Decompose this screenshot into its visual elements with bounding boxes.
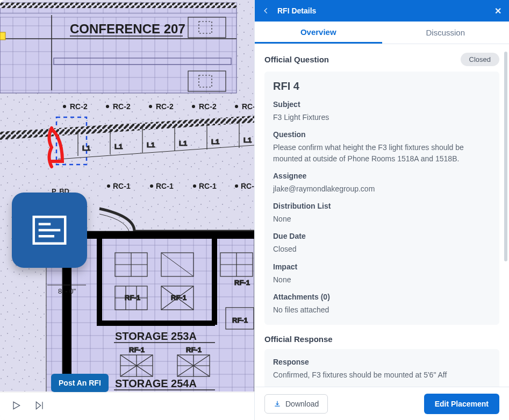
post-rfi-button[interactable]: Post An RFI	[51, 374, 109, 392]
svg-text:RF-1: RF-1	[171, 294, 187, 302]
panel-title: RFI Details	[277, 6, 316, 15]
play-icon[interactable]	[11, 400, 21, 413]
svg-text:RC-2: RC-2	[242, 102, 254, 111]
svg-point-33	[235, 105, 238, 108]
svg-marker-110	[36, 402, 40, 409]
assignee-label: Assignee	[273, 172, 491, 180]
svg-text:RC-2: RC-2	[70, 102, 88, 111]
svg-text:STORAGE  253A: STORAGE 253A	[115, 330, 197, 342]
back-icon[interactable]	[262, 7, 270, 15]
official-response-label: Official Response	[264, 334, 333, 344]
svg-point-31	[192, 105, 195, 108]
subject-value: F3 Light Fixtures	[273, 112, 491, 123]
svg-text:RC-2: RC-2	[199, 102, 217, 111]
svg-rect-15	[0, 13, 236, 17]
svg-point-25	[63, 105, 66, 108]
svg-rect-62	[71, 231, 254, 239]
tab-overview[interactable]: Overview	[255, 22, 382, 44]
scrollbar-thumb[interactable]	[504, 52, 507, 261]
svg-text:8' - 0": 8' - 0"	[58, 287, 76, 295]
svg-rect-64	[97, 321, 215, 326]
svg-text:L1: L1	[211, 138, 219, 146]
svg-point-56	[193, 184, 196, 188]
svg-marker-109	[13, 402, 20, 409]
svg-text:RF-1: RF-1	[125, 294, 140, 302]
svg-text:RC-1: RC-1	[156, 182, 174, 190]
impact-label: Impact	[273, 262, 491, 271]
status-badge: Closed	[461, 53, 499, 66]
floorplan-viewport[interactable]: CONFERENCE 207 RC-2 RC-2 RC-2 RC-2	[0, 0, 254, 420]
question-card: RFI 4 Subject F3 Light Fixtures Question…	[264, 72, 499, 325]
response-label: Response	[273, 358, 491, 366]
response-card: Response Confirmed, F3 fixtures should b…	[264, 349, 499, 387]
rfi-number: RFI 4	[273, 80, 491, 92]
svg-text:L1: L1	[82, 144, 90, 152]
dist-value: None	[273, 213, 491, 224]
skip-icon[interactable]	[34, 400, 45, 413]
svg-text:RC-1: RC-1	[113, 182, 131, 190]
due-value: Closed	[273, 244, 491, 254]
svg-rect-14	[0, 3, 236, 8]
svg-text:RF-1: RF-1	[186, 346, 202, 354]
dist-label: Distribution List	[273, 202, 491, 210]
official-question-label: Official Question	[264, 55, 329, 64]
svg-text:RC-1: RC-1	[241, 182, 254, 190]
response-value: Confirmed, F3 fixtures should be mounted…	[273, 369, 491, 380]
svg-text:RC-2: RC-2	[113, 102, 131, 111]
svg-rect-60	[62, 231, 254, 391]
edit-placement-button[interactable]: Edit Placement	[424, 394, 499, 414]
svg-text:STORAGE  254A: STORAGE 254A	[115, 378, 197, 389]
download-icon	[274, 400, 281, 408]
svg-text:RC-2: RC-2	[156, 102, 174, 111]
details-body[interactable]: Official Question Closed RFI 4 Subject F…	[255, 44, 509, 387]
details-footer: Download Edit Placement	[255, 387, 509, 420]
svg-text:RF-1: RF-1	[129, 346, 145, 354]
svg-point-52	[107, 184, 110, 188]
svg-text:L1: L1	[114, 143, 123, 151]
svg-text:RF-1: RF-1	[232, 316, 248, 324]
svg-rect-63	[97, 239, 102, 325]
attachments-label: Attachments (0)	[273, 293, 491, 301]
question-value: Please confirm what height the F3 light …	[273, 142, 491, 164]
subject-label: Subject	[273, 100, 491, 109]
panel-header: RFI Details ✕	[255, 0, 509, 22]
question-label: Question	[273, 130, 491, 139]
svg-rect-24	[0, 32, 5, 40]
svg-text:RF-1: RF-1	[234, 279, 250, 287]
close-icon[interactable]: ✕	[494, 6, 501, 16]
assignee-value: jlake@raymondlakegroup.com	[273, 183, 491, 194]
svg-text:RC-1: RC-1	[199, 182, 217, 190]
rfi-marker-icon[interactable]	[12, 193, 87, 268]
download-button[interactable]: Download	[264, 394, 328, 414]
svg-point-27	[106, 105, 109, 108]
room-label-conference: CONFERENCE 207	[70, 22, 185, 36]
svg-point-29	[149, 105, 152, 108]
tab-discussion[interactable]: Discussion	[382, 22, 510, 44]
svg-text:L1: L1	[243, 136, 252, 144]
svg-point-58	[235, 184, 238, 188]
svg-text:L1: L1	[147, 141, 155, 149]
due-label: Due Date	[273, 232, 491, 240]
plan-controls-bar	[0, 392, 254, 420]
impact-value: None	[273, 274, 491, 285]
svg-rect-65	[212, 239, 217, 325]
rfi-details-panel: RFI Details ✕ Overview Discussion Offici…	[254, 0, 509, 420]
attachments-value: No files attached	[273, 304, 491, 315]
tabs: Overview Discussion	[255, 22, 509, 44]
svg-point-54	[150, 184, 153, 188]
svg-text:L1: L1	[179, 139, 187, 147]
